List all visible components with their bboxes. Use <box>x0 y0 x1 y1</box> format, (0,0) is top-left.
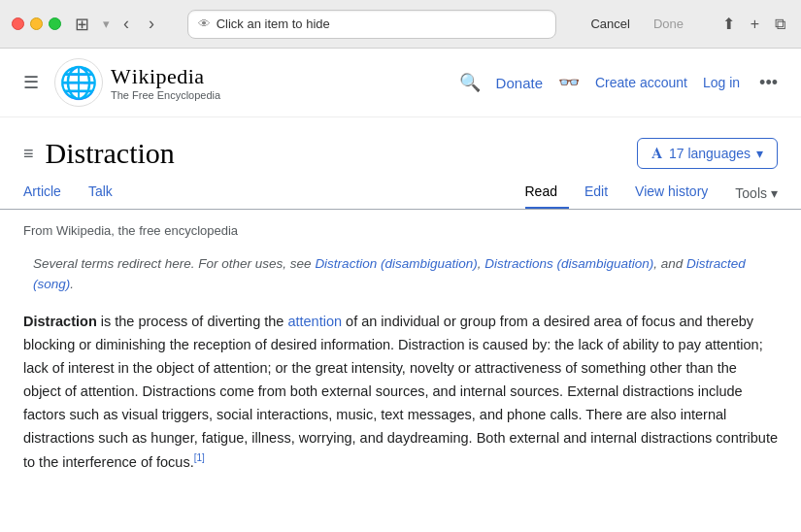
wiki-title: Wikipedia <box>111 64 220 89</box>
translate-icon: 𝐀 <box>651 145 663 162</box>
new-tab-button[interactable]: + <box>747 12 763 37</box>
wiki-subtitle: The Free Encyclopedia <box>111 89 220 101</box>
article-header: ≡ Distraction 𝐀 17 languages ▾ <box>0 117 801 178</box>
footnote-1-link[interactable]: [1] <box>194 452 205 463</box>
close-button[interactable] <box>12 17 24 30</box>
forward-button[interactable]: › <box>143 10 160 38</box>
minimize-button[interactable] <box>30 17 43 30</box>
traffic-lights <box>12 17 61 30</box>
languages-label: 17 languages <box>669 146 751 161</box>
address-bar[interactable]: 👁 Click an item to hide <box>187 10 556 39</box>
wikipedia-globe-icon: 🌐 <box>54 58 103 107</box>
wiki-title-group: Wikipedia The Free Encyclopedia <box>111 64 220 101</box>
hamburger-menu-button[interactable]: ☰ <box>19 68 43 97</box>
address-text: Click an item to hide <box>217 17 546 31</box>
from-wikipedia: From Wikipedia, the free encyclopedia <box>23 221 778 242</box>
done-button[interactable]: Done <box>646 14 691 34</box>
article-body: Distraction is the process of diverting … <box>23 311 778 474</box>
cancel-button[interactable]: Cancel <box>583 14 637 34</box>
titlebar-actions: ⬆ + ⧉ <box>718 11 789 37</box>
wiki-logo[interactable]: 🌐 Wikipedia The Free Encyclopedia <box>54 58 220 107</box>
create-account-link[interactable]: Create account <box>595 75 687 90</box>
tools-label: Tools <box>735 185 767 201</box>
article-content: From Wikipedia, the free encyclopedia Se… <box>0 210 801 493</box>
attention-link[interactable]: attention <box>287 314 342 329</box>
article-title-row: ≡ Distraction <box>23 137 175 170</box>
disambiguation-link-1[interactable]: Distraction (disambiguation) <box>315 256 477 271</box>
tab-talk[interactable]: Talk <box>88 178 124 209</box>
chevron-down-icon: ▾ <box>756 146 763 161</box>
wiki-header: ☰ 🌐 Wikipedia The Free Encyclopedia 🔍 Do… <box>0 49 801 117</box>
wiki-header-actions: 🔍 Donate 👓 Create account Log in ••• <box>459 71 782 95</box>
hatnote: Several terms redirect here. For other u… <box>23 253 778 295</box>
tab-view-history[interactable]: View history <box>635 178 719 209</box>
back-button[interactable]: ‹ <box>117 10 135 38</box>
tab-article[interactable]: Article <box>23 178 73 209</box>
article-title: Distraction <box>46 137 175 170</box>
share-button[interactable]: ⬆ <box>718 11 739 37</box>
tab-read[interactable]: Read <box>525 178 569 209</box>
eye-icon: 👁 <box>198 17 211 31</box>
tab-overview-button[interactable]: ⧉ <box>771 12 789 37</box>
toc-icon[interactable]: ≡ <box>23 144 34 164</box>
tools-chevron-icon: ▾ <box>771 185 778 201</box>
spectacles-icon: 👓 <box>558 72 580 93</box>
fullscreen-button[interactable] <box>49 17 61 30</box>
more-options-button[interactable]: ••• <box>755 71 782 95</box>
sidebar-toggle-button[interactable]: ⊞ <box>69 10 95 39</box>
disambiguation-link-2[interactable]: Distractions (disambiguation) <box>484 256 653 271</box>
titlebar: ⊞ ▾ ‹ › 👁 Click an item to hide Cancel D… <box>0 0 801 49</box>
donate-link[interactable]: Donate <box>496 75 543 91</box>
languages-button[interactable]: 𝐀 17 languages ▾ <box>637 138 778 169</box>
chevron-down-icon: ▾ <box>103 17 110 31</box>
tab-edit[interactable]: Edit <box>584 178 619 209</box>
search-button[interactable]: 🔍 <box>459 72 481 93</box>
login-link[interactable]: Log in <box>703 75 740 90</box>
tools-button[interactable]: Tools ▾ <box>735 180 778 209</box>
tab-bar: Article Talk Read Edit View history Tool… <box>0 178 801 210</box>
